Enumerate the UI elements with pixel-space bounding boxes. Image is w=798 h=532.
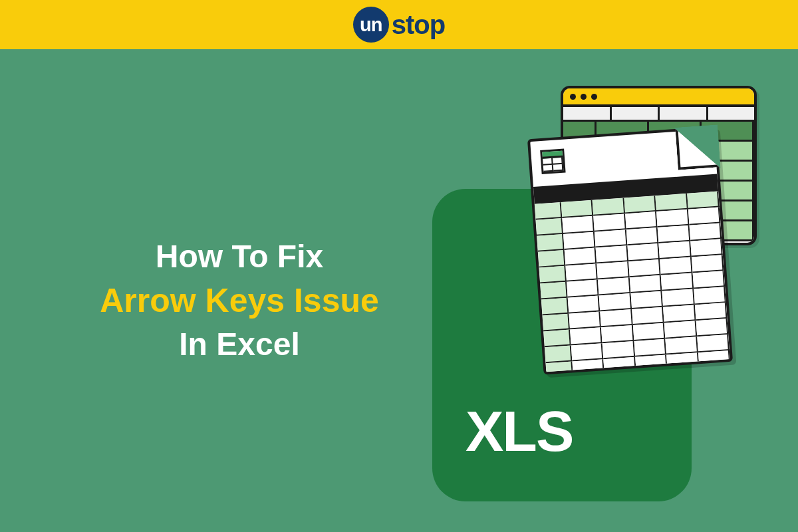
window-titlebar [563, 88, 754, 107]
spreadsheet-document-icon [527, 126, 733, 374]
hero-area: How To Fix Arrow Keys Issue In Excel [0, 49, 798, 532]
window-dot-icon [570, 94, 576, 100]
logo-outer-text: stop [392, 10, 445, 40]
sheet-mini-icon [540, 149, 565, 174]
headline-block: How To Fix Arrow Keys Issue In Excel [80, 235, 399, 366]
illustration-group: XLS [432, 89, 751, 501]
headline-line-2: Arrow Keys Issue [80, 279, 399, 324]
headline-line-3: In Excel [80, 323, 399, 366]
logo-inner-text: un [360, 14, 382, 36]
window-dot-icon [591, 94, 597, 100]
window-dot-icon [581, 94, 587, 100]
headline-line-1: How To Fix [80, 235, 399, 279]
tab-icon [660, 107, 708, 120]
logo-badge: un [353, 7, 389, 43]
tab-icon [563, 107, 612, 120]
tab-row [563, 107, 754, 122]
tab-icon [708, 107, 755, 120]
tab-icon [612, 107, 660, 120]
xls-label: XLS [466, 398, 573, 464]
top-banner: un stop [0, 0, 798, 49]
grid-icon [535, 192, 730, 372]
